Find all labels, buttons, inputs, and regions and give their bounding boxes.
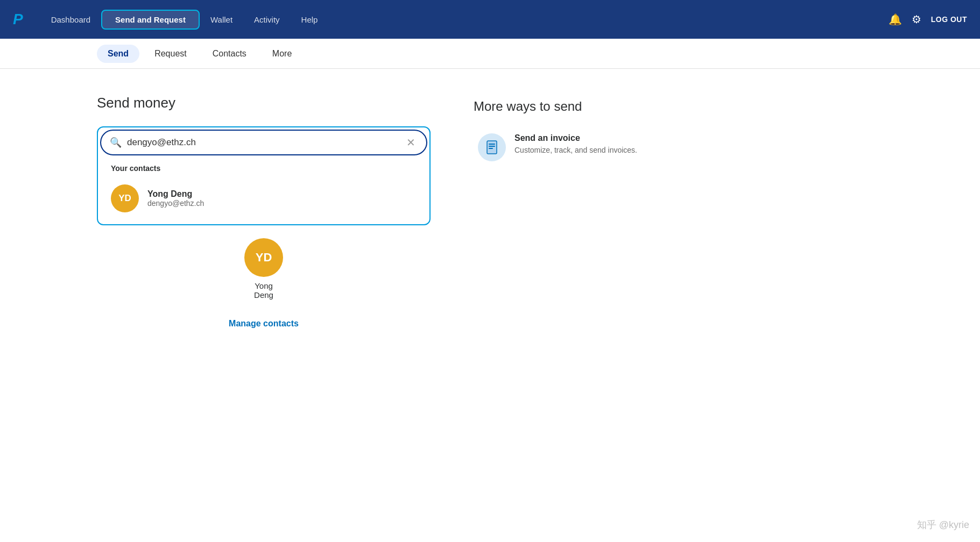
- invoice-card[interactable]: Send an invoice Customize, track, and se…: [474, 129, 657, 166]
- svg-rect-0: [487, 141, 497, 154]
- invoice-info: Send an invoice Customize, track, and se…: [514, 133, 637, 156]
- contact-item[interactable]: YD Yong Deng dengyo@ethz.ch: [104, 179, 423, 218]
- paypal-logo: P: [13, 11, 23, 28]
- invoice-desc: Customize, track, and send invoices.: [514, 145, 637, 156]
- subnav: Send Request Contacts More: [0, 39, 980, 69]
- search-input-row: 🔍 ✕: [100, 130, 427, 155]
- svg-rect-3: [489, 148, 493, 149]
- search-icon: 🔍: [110, 137, 122, 148]
- subnav-item-more[interactable]: More: [262, 45, 302, 63]
- contact-email: dengyo@ethz.ch: [147, 199, 204, 208]
- send-money-title: Send money: [97, 95, 431, 111]
- nav-item-help[interactable]: Help: [291, 11, 329, 28]
- invoice-title: Send an invoice: [514, 133, 637, 143]
- search-container: 🔍 ✕ Your contacts YD Yong Deng dengyo@et…: [97, 126, 431, 225]
- navbar-right: 🔔 ⚙ LOG OUT: [889, 13, 967, 26]
- nav-item-send-and-request[interactable]: Send and Request: [101, 10, 200, 30]
- nav-item-activity[interactable]: Activity: [243, 11, 291, 28]
- search-dropdown: Your contacts YD Yong Deng dengyo@ethz.c…: [100, 155, 427, 222]
- contact-avatar: YD: [111, 184, 139, 212]
- invoice-icon: [478, 133, 506, 161]
- recent-contacts: YD YongDeng: [97, 238, 431, 299]
- recent-contact-name: YongDeng: [254, 281, 273, 299]
- nav-item-wallet[interactable]: Wallet: [200, 11, 243, 28]
- nav-links: Dashboard Send and Request Wallet Activi…: [40, 10, 889, 30]
- svg-rect-1: [489, 144, 495, 145]
- search-input[interactable]: [127, 137, 404, 148]
- svg-rect-2: [489, 146, 495, 147]
- manage-contacts-link[interactable]: Manage contacts: [97, 319, 431, 329]
- dropdown-section-title: Your contacts: [104, 164, 423, 179]
- recent-contact-avatar[interactable]: YD: [244, 238, 283, 277]
- main-content: Send money 🔍 ✕ Your contacts YD Yong Den…: [0, 69, 980, 542]
- subnav-item-contacts[interactable]: Contacts: [202, 45, 257, 63]
- subnav-item-send[interactable]: Send: [97, 45, 139, 63]
- logout-button[interactable]: LOG OUT: [931, 15, 967, 24]
- subnav-item-request[interactable]: Request: [144, 45, 198, 63]
- contact-info: Yong Deng dengyo@ethz.ch: [147, 189, 204, 208]
- contact-name: Yong Deng: [147, 189, 204, 199]
- more-ways-title: More ways to send: [474, 99, 657, 114]
- bell-icon[interactable]: 🔔: [889, 13, 902, 26]
- gear-icon[interactable]: ⚙: [912, 13, 921, 26]
- nav-item-dashboard[interactable]: Dashboard: [40, 11, 101, 28]
- right-section: More ways to send Send an invoice Custom…: [474, 95, 657, 516]
- left-section: Send money 🔍 ✕ Your contacts YD Yong Den…: [97, 95, 431, 516]
- navbar: P Dashboard Send and Request Wallet Acti…: [0, 0, 980, 39]
- search-clear-button[interactable]: ✕: [404, 136, 418, 149]
